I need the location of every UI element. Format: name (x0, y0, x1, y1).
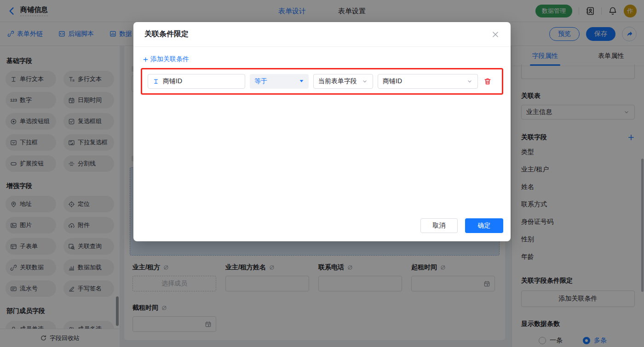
cancel-button[interactable]: 取消 (420, 218, 458, 233)
add-condition-link[interactable]: 添加关联条件 (143, 55, 189, 63)
condition-field-input[interactable]: 商铺ID (148, 74, 245, 89)
text-icon (153, 78, 159, 85)
confirm-button[interactable]: 确定 (465, 218, 503, 233)
operator-select[interactable]: 等于 (250, 74, 309, 89)
target-field-value: 商铺ID (383, 77, 402, 85)
modal-body: 添加关联条件 商铺ID 等于 当前表单字段 商铺ID (133, 47, 511, 95)
condition-modal: 关联条件限定 添加关联条件 商铺ID 等于 当前表单字段 商铺ID (133, 22, 511, 241)
target-field-select[interactable]: 商铺ID (378, 74, 478, 89)
close-icon[interactable] (491, 30, 500, 39)
plus-icon (143, 57, 149, 63)
modal-footer: 取消 确定 (420, 218, 503, 233)
caret-down-icon (299, 79, 304, 84)
modal-header: 关联条件限定 (133, 22, 511, 47)
source-value: 当前表单字段 (318, 77, 357, 85)
modal-title: 关联条件限定 (144, 29, 189, 39)
add-condition-link-label: 添加关联条件 (150, 55, 189, 63)
condition-row-highlighted: 商铺ID 等于 当前表单字段 商铺ID (141, 68, 503, 95)
chevron-down-icon (362, 78, 368, 85)
operator-value: 等于 (254, 77, 267, 85)
chevron-down-icon (466, 78, 473, 85)
source-select[interactable]: 当前表单字段 (313, 74, 373, 89)
trash-icon[interactable] (483, 77, 492, 85)
condition-field-value: 商铺ID (163, 77, 182, 85)
